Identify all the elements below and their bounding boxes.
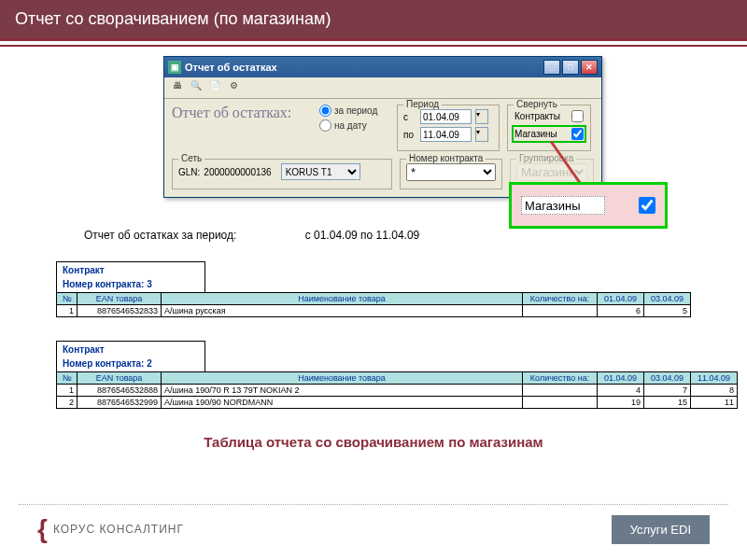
col-name: Наименование товара — [162, 372, 523, 385]
col-num: № — [57, 293, 78, 305]
col-d1: 01.04.09 — [598, 293, 644, 305]
header-underline — [0, 45, 747, 47]
date-to-input[interactable] — [420, 127, 472, 142]
table-row: 1 8876546532833 А/шина русская 6 5 — [57, 305, 691, 317]
window-titlebar: ▣ Отчет об остатках _ □ ✕ — [164, 57, 601, 77]
company-logo: { КОРУС КОНСАЛТИНГ — [37, 514, 184, 544]
export-icon[interactable]: 📄 — [207, 80, 222, 95]
company-name: КОРУС КОНСАЛТИНГ — [53, 523, 184, 536]
cell: 2 — [57, 397, 78, 409]
cell: 15 — [644, 397, 691, 409]
network-select[interactable]: KORUS T1 — [281, 163, 360, 180]
col-d2: 03.04.09 — [644, 293, 691, 305]
col-ean: EAN товара — [78, 372, 162, 385]
report-title: Отчет об остатках за период: — [84, 229, 236, 242]
data-table-1: № EAN товара Наименование товара Количес… — [56, 292, 691, 317]
cell: А/шина 190/70 R 13 79T NOKIAN 2 — [162, 385, 523, 397]
network-group: Сеть GLN: 2000000000136 KORUS T1 — [172, 159, 392, 189]
cell — [523, 305, 598, 317]
col-num: № — [57, 372, 78, 385]
cell: А/шина 190/90 NORDMANN — [162, 397, 523, 409]
footer: { КОРУС КОНСАЛТИНГ Услуги EDI — [0, 504, 747, 560]
date-to-picker[interactable]: ▾ — [475, 127, 488, 142]
cell: 8876546532888 — [78, 385, 162, 397]
maximize-button[interactable]: □ — [562, 60, 579, 75]
table-caption: Таблица отчета со сворачиванием по магаз… — [0, 434, 747, 450]
logo-mark-icon: { — [37, 514, 48, 544]
radio-period[interactable] — [319, 105, 331, 117]
cell — [523, 397, 598, 409]
contract-num-1: Номер контракта: 3 — [59, 278, 203, 290]
window-icon: ▣ — [168, 61, 181, 74]
radio-group: за период на дату — [319, 105, 389, 151]
gln-value: 2000000000136 — [204, 167, 271, 177]
col-qty: Количество на: — [523, 293, 598, 305]
form-body: Отчет об остатках: за период на дату Пер… — [164, 99, 601, 159]
cell: 4 — [598, 385, 644, 397]
cell: 8876546532999 — [78, 397, 162, 409]
callout-input[interactable] — [521, 196, 605, 215]
report-section-1: Контракт Номер контракта: 3 № EAN товара… — [56, 261, 691, 317]
collapse-stores-label: Магазины — [514, 129, 557, 139]
window-title: Отчет об остатках — [185, 62, 277, 73]
date-from-label: с — [403, 112, 416, 122]
window-controls: _ □ ✕ — [543, 60, 598, 75]
data-table-2: № EAN товара Наименование товара Количес… — [56, 371, 738, 409]
radio-period-label: за период — [334, 105, 377, 116]
report-window: ▣ Отчет об остатках _ □ ✕ 🖶 🔍 📄 ⚙ Отчет … — [163, 56, 602, 198]
cell: 19 — [598, 397, 644, 409]
col-d1: 01.04.09 — [598, 372, 644, 385]
radio-date[interactable] — [319, 119, 331, 132]
report-section-2: Контракт Номер контракта: 2 № EAN товара… — [56, 341, 738, 409]
callout-zoom — [509, 182, 668, 229]
slide-title: Отчет со сворачиванием (по магазинам) — [0, 0, 747, 41]
report-title-row: Отчет об остатках за период: с 01.04.09 … — [84, 229, 419, 242]
date-from-input[interactable] — [420, 109, 472, 124]
col-qty: Количество на: — [523, 372, 598, 385]
collapse-group: Свернуть Контракты Магазины — [507, 105, 591, 151]
cell: 8876546532833 — [78, 305, 162, 317]
table-row: 2 8876546532999 А/шина 190/90 NORDMANN 1… — [57, 397, 738, 409]
callout-checkbox[interactable] — [639, 197, 655, 214]
col-d3: 11.04.09 — [691, 372, 738, 385]
contract-label-1: Контракт — [59, 264, 203, 276]
collapse-contracts-label: Контракты — [514, 111, 560, 121]
settings-icon[interactable]: ⚙ — [226, 80, 241, 95]
contract-num-2: Номер контракта: 2 — [59, 357, 203, 370]
period-legend: Период — [403, 99, 442, 109]
col-name: Наименование товара — [162, 293, 523, 305]
cell: 6 — [598, 305, 644, 317]
cell: 1 — [57, 385, 78, 397]
contract-label-2: Контракт — [59, 343, 203, 356]
footer-tag: Услуги EDI — [612, 515, 710, 544]
contract-group: Номер контракта * — [400, 159, 502, 189]
col-ean: EAN товара — [78, 293, 162, 305]
network-legend: Сеть — [178, 153, 204, 163]
print-icon[interactable]: 🖶 — [170, 80, 185, 95]
cell: А/шина русская — [162, 305, 523, 317]
report-dates: с 01.04.09 по 11.04.09 — [305, 229, 420, 242]
cell — [523, 385, 598, 397]
minimize-button[interactable]: _ — [543, 60, 560, 75]
cell: 8 — [691, 385, 738, 397]
radio-date-label: на дату — [334, 120, 367, 131]
gln-label: GLN: — [178, 167, 200, 177]
close-button[interactable]: ✕ — [581, 60, 598, 75]
date-from-picker[interactable]: ▾ — [475, 109, 488, 124]
cell: 7 — [644, 385, 691, 397]
preview-icon[interactable]: 🔍 — [189, 80, 204, 95]
table-row: 1 8876546532888 А/шина 190/70 R 13 79T N… — [57, 385, 738, 397]
collapse-stores-checkbox[interactable] — [571, 128, 584, 140]
collapse-contracts-checkbox[interactable] — [571, 110, 584, 122]
form-left-column: Отчет об остатках: — [172, 105, 312, 151]
cell: 1 — [57, 305, 78, 317]
collapse-legend: Свернуть — [514, 99, 560, 109]
cell: 5 — [644, 305, 691, 317]
form-title: Отчет об остатках: — [172, 105, 312, 121]
period-group: Период с ▾ по ▾ — [397, 105, 500, 151]
window-toolbar: 🖶 🔍 📄 ⚙ — [164, 77, 601, 99]
contract-select[interactable]: * — [406, 163, 496, 181]
footer-divider — [19, 504, 728, 505]
date-to-label: по — [403, 130, 416, 140]
col-d2: 03.04.09 — [644, 372, 691, 385]
